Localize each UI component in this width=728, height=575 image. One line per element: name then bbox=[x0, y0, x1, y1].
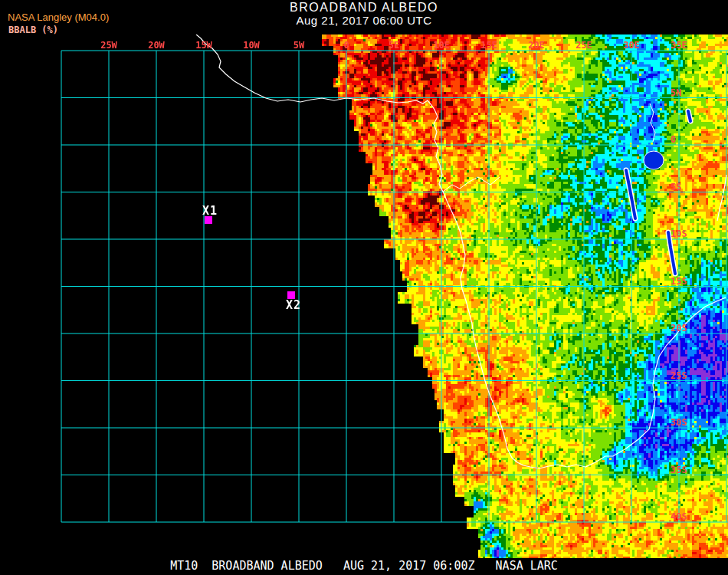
albedo-map[interactable]: 25W20W15W10W5W05E10E15E20E25E30E35E 5N05… bbox=[0, 34, 728, 558]
lat-label-5N: 5N bbox=[671, 88, 690, 98]
lat-label-10S: 10S bbox=[671, 229, 690, 239]
lon-label-35E: 35E bbox=[664, 40, 694, 51]
lon-label-15W: 15W bbox=[189, 40, 219, 51]
page-title: BROADBAND ALBEDO bbox=[0, 1, 728, 15]
lon-label-15E: 15E bbox=[474, 40, 504, 51]
browse-image-viewer: { "header": { "title": "BROADBAND ALBEDO… bbox=[0, 0, 728, 575]
lon-label-25W: 25W bbox=[93, 40, 124, 51]
lat-label-35S: 35S bbox=[671, 465, 690, 475]
lon-label-5W: 5W bbox=[284, 40, 314, 51]
lat-label-20S: 20S bbox=[671, 324, 690, 334]
lon-label-0: 0 bbox=[331, 40, 362, 51]
lat-label-5S: 5S bbox=[671, 182, 690, 192]
footer-status-bar: MT10 BROADBAND ALBEDO AUG 21, 2017 06:00… bbox=[0, 558, 728, 575]
lon-label-25E: 25E bbox=[569, 40, 599, 51]
marker-x1-label: X1 bbox=[202, 204, 218, 218]
marker-x2-label: X2 bbox=[286, 298, 301, 312]
albedo-field-canvas[interactable] bbox=[0, 34, 728, 558]
lat-label-30S: 30S bbox=[671, 418, 690, 428]
legend-title: BBALB (%) bbox=[8, 25, 58, 35]
lat-label-25S: 25S bbox=[671, 371, 690, 381]
lat-label-0: 0 bbox=[671, 135, 690, 145]
footer-status-text: MT10 BROADBAND ALBEDO AUG 21, 2017 06:00… bbox=[170, 559, 558, 573]
lon-label-10W: 10W bbox=[236, 40, 267, 51]
lon-label-5E: 5E bbox=[379, 40, 409, 51]
lat-label-15S: 15S bbox=[671, 277, 690, 287]
lon-label-10E: 10E bbox=[426, 40, 457, 51]
lon-label-20W: 20W bbox=[141, 40, 172, 51]
page-subtitle: Aug 21, 2017 06:00 UTC bbox=[0, 14, 728, 27]
lon-label-20E: 20E bbox=[521, 40, 552, 51]
lon-label-30E: 30E bbox=[616, 40, 647, 51]
lat-label-40S: 40S bbox=[671, 512, 690, 522]
agency-label: NASA Langley (M04.0) bbox=[8, 12, 109, 23]
